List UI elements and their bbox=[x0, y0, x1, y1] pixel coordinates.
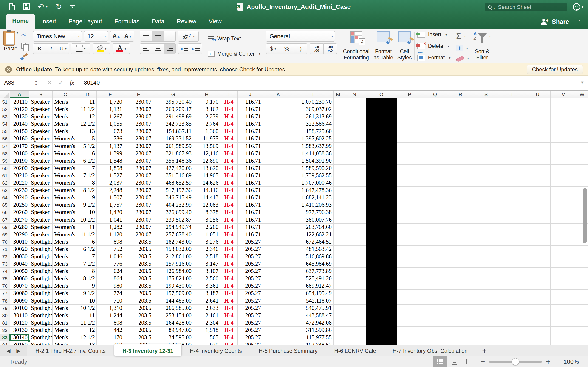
cell-H80[interactable]: 2,161 bbox=[193, 312, 220, 319]
cell-T61[interactable] bbox=[499, 172, 525, 179]
cell-V54[interactable] bbox=[551, 120, 576, 128]
cell-F69[interactable]: 230.07 bbox=[124, 231, 153, 238]
cell-W84[interactable] bbox=[576, 341, 588, 345]
cell-K61[interactable] bbox=[263, 172, 294, 179]
row-header-64[interactable]: 64 bbox=[0, 194, 10, 201]
cell-G74[interactable]: 126,984.00 bbox=[153, 268, 193, 275]
cell-H78[interactable]: 2,641 bbox=[193, 297, 220, 305]
cell-W77[interactable] bbox=[576, 290, 588, 297]
cell-E82[interactable]: 442 bbox=[97, 327, 124, 334]
cell-Q75[interactable] bbox=[422, 275, 448, 282]
cell-H84[interactable]: 920 bbox=[193, 341, 220, 345]
cell-L66[interactable]: 977,796.38 bbox=[294, 209, 334, 216]
column-header-E[interactable]: E bbox=[97, 91, 124, 98]
format-painter-button[interactable] bbox=[20, 54, 27, 61]
cell-H67[interactable]: 3,256 bbox=[193, 216, 220, 224]
cell-K70[interactable] bbox=[263, 238, 294, 246]
cell-U64[interactable] bbox=[525, 194, 551, 201]
cell-U52[interactable] bbox=[525, 106, 551, 113]
cell-L82[interactable]: 311,599.86 bbox=[294, 327, 334, 334]
cell-P70[interactable] bbox=[397, 238, 422, 246]
cell-S80[interactable] bbox=[473, 312, 499, 319]
cell-Q84[interactable] bbox=[422, 341, 448, 345]
cell-C58[interactable]: Women's bbox=[52, 150, 78, 157]
feedback-button[interactable]: ▾ bbox=[573, 3, 583, 10]
cell-J64[interactable]: 116.71 bbox=[238, 194, 263, 201]
cell-R80[interactable] bbox=[448, 312, 473, 319]
cell-S74[interactable] bbox=[473, 268, 499, 275]
cell-I61[interactable]: H-4 bbox=[220, 172, 238, 179]
cell-G59[interactable]: 356,148.36 bbox=[153, 157, 193, 165]
cell-E69[interactable]: 1,120 bbox=[97, 231, 124, 238]
cell-G62[interactable]: 468,652.59 bbox=[153, 179, 193, 187]
cell-N83[interactable] bbox=[343, 334, 366, 341]
row-header-81[interactable]: 81 bbox=[0, 319, 10, 327]
cell-Q73[interactable] bbox=[422, 260, 448, 268]
cell-L71[interactable]: 481,563.42 bbox=[294, 246, 334, 253]
cell-I80[interactable]: H-4 bbox=[220, 312, 238, 319]
cell-L74[interactable]: 637,773.89 bbox=[294, 268, 334, 275]
cell-F70[interactable]: 203.5 bbox=[124, 238, 153, 246]
cell-D61[interactable]: 7 1/2 bbox=[78, 172, 97, 179]
dropdown-caret-icon[interactable]: ▾ bbox=[84, 47, 86, 50]
cell-M82[interactable] bbox=[334, 327, 343, 334]
cell-U53[interactable] bbox=[525, 113, 551, 120]
cell-M68[interactable] bbox=[334, 224, 343, 231]
cell-T78[interactable] bbox=[499, 297, 525, 305]
cell-Q79[interactable] bbox=[422, 305, 448, 312]
cell-S76[interactable] bbox=[473, 282, 499, 290]
cell-U74[interactable] bbox=[525, 268, 551, 275]
column-header-A[interactable]: A bbox=[10, 91, 29, 98]
cell-U51[interactable] bbox=[525, 98, 551, 106]
row-header-63[interactable]: 63 bbox=[0, 187, 10, 194]
cell-G77[interactable]: 157,509.00 bbox=[153, 290, 193, 297]
row-header-68[interactable]: 68 bbox=[0, 224, 10, 231]
cell-U83[interactable] bbox=[525, 334, 551, 341]
cell-N55[interactable] bbox=[343, 128, 366, 135]
row-header-69[interactable]: 69 bbox=[0, 231, 10, 238]
cell-L72[interactable]: 516,869.86 bbox=[294, 253, 334, 260]
cell-P62[interactable] bbox=[397, 179, 422, 187]
number-format-select[interactable]: General ▾ bbox=[266, 31, 335, 42]
cell-M71[interactable] bbox=[334, 246, 343, 253]
cell-L55[interactable]: 158,725.60 bbox=[294, 128, 334, 135]
cell-F65[interactable]: 230.07 bbox=[124, 201, 153, 209]
cell-R81[interactable] bbox=[448, 319, 473, 327]
cell-N56[interactable] bbox=[343, 135, 366, 142]
cell-J51[interactable]: 116.71 bbox=[238, 98, 263, 106]
cell-W74[interactable] bbox=[576, 268, 588, 275]
cell-V65[interactable] bbox=[551, 201, 576, 209]
cell-V57[interactable] bbox=[551, 143, 576, 150]
copy-button[interactable] bbox=[21, 43, 26, 49]
cell-E55[interactable]: 673 bbox=[97, 128, 124, 135]
cell-S53[interactable] bbox=[473, 113, 499, 120]
cell-A72[interactable]: 30030 bbox=[10, 253, 29, 260]
cell-R79[interactable] bbox=[448, 305, 473, 312]
formula-input[interactable]: 30140 bbox=[84, 79, 580, 86]
row-header-61[interactable]: 61 bbox=[0, 172, 10, 179]
cell-V51[interactable] bbox=[551, 98, 576, 106]
cell-V56[interactable] bbox=[551, 135, 576, 142]
sort-filter-button[interactable]: AZ ▾ Sort & Filter bbox=[473, 31, 491, 61]
cell-C72[interactable]: Men's bbox=[52, 253, 78, 260]
cell-R73[interactable] bbox=[448, 260, 473, 268]
cell-H52[interactable]: 3,162 bbox=[193, 106, 220, 113]
wrap-text-button[interactable]: Wrap Text bbox=[208, 35, 260, 42]
column-header-W[interactable]: W bbox=[576, 91, 588, 98]
cell-J52[interactable]: 116.71 bbox=[238, 106, 263, 113]
cell-H76[interactable]: 3,361 bbox=[193, 282, 220, 290]
cell-Q77[interactable] bbox=[422, 290, 448, 297]
cell-B81[interactable]: Spotlight bbox=[29, 319, 52, 327]
cell-N59[interactable] bbox=[343, 157, 366, 165]
cell-A82[interactable]: 30130 bbox=[10, 327, 29, 334]
cell-M62[interactable] bbox=[334, 179, 343, 187]
row-header-59[interactable]: 59 bbox=[0, 157, 10, 165]
ribbon-tab-formulas[interactable]: Formulas bbox=[108, 15, 145, 29]
cell-B65[interactable]: Speaker bbox=[29, 201, 52, 209]
cell-W58[interactable] bbox=[576, 150, 588, 157]
cell-Q64[interactable] bbox=[422, 194, 448, 201]
cell-H82[interactable]: 1,518 bbox=[193, 327, 220, 334]
cell-J76[interactable]: 205.27 bbox=[238, 282, 263, 290]
cell-C70[interactable]: Men's bbox=[52, 238, 78, 246]
column-header-I[interactable]: I bbox=[220, 91, 238, 98]
